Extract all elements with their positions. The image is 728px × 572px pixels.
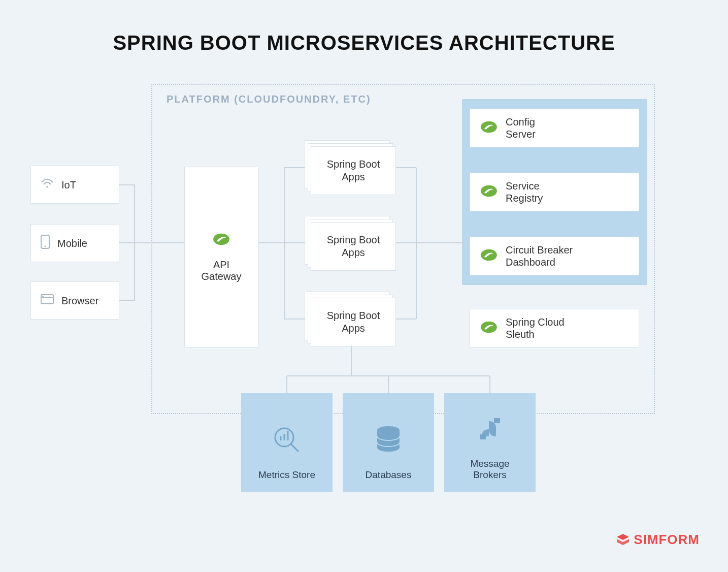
spring-leaf-icon [479,120,499,137]
spring-leaf-icon [212,232,231,249]
message-brokers-label: Message Brokers [470,458,509,481]
svg-point-23 [481,249,497,260]
message-broker-icon [476,414,504,446]
sleuth-label: Spring Cloud Sleuth [506,316,565,340]
spring-leaf-icon [479,184,499,201]
stack-1-label: Spring Boot Apps [327,158,380,183]
brand-label: SIMFORM [634,532,700,548]
client-mobile-label: Mobile [57,237,87,249]
svg-rect-35 [494,418,500,423]
metrics-store-label: Metrics Store [258,469,315,481]
svg-line-26 [291,444,299,452]
spring-leaf-icon [479,248,499,265]
databases-label: Databases [366,469,412,481]
wifi-icon [40,177,54,192]
svg-point-16 [45,246,46,247]
svg-rect-34 [480,434,486,439]
stack-2-label: Spring Boot Apps [327,234,380,259]
simform-icon [616,533,630,547]
brand-logo: SIMFORM [616,532,700,548]
metrics-icon [272,425,302,457]
api-gateway-label: API Gateway [202,259,242,282]
service-circuit-breaker: Circuit Breaker Dashboard [470,237,639,275]
api-gateway: API Gateway [184,167,258,347]
config-server-label: Config Server [506,116,536,140]
spring-boot-apps-stack-1: Spring Boot Apps [305,140,396,195]
svg-point-14 [46,186,48,188]
mobile-icon [40,234,50,252]
client-iot-label: IoT [61,179,76,191]
tile-metrics-store: Metrics Store [241,393,333,492]
service-registry-label: Service Registry [506,180,543,204]
client-browser-label: Browser [61,295,98,307]
svg-point-20 [213,233,229,244]
service-config-server: Config Server [470,109,639,147]
client-mobile: Mobile [30,224,119,262]
service-registry: Service Registry [470,173,639,211]
spring-boot-apps-stack-2: Spring Boot Apps [305,216,396,271]
database-icon [375,425,402,457]
tile-databases: Databases [343,393,434,492]
diagram-title: SPRING BOOT MICROSERVICES ARCHITECTURE [0,31,728,54]
browser-icon [40,293,54,308]
svg-point-33 [377,426,400,434]
svg-point-22 [481,185,497,196]
svg-rect-19 [42,296,44,297]
client-browser: Browser [30,281,119,320]
circuit-breaker-label: Circuit Breaker Dashboard [506,244,573,268]
stack-3-label: Spring Boot Apps [327,309,380,335]
spring-leaf-icon [479,320,499,337]
spring-boot-apps-stack-3: Spring Boot Apps [305,292,396,346]
service-spring-cloud-sleuth: Spring Cloud Sleuth [470,309,639,347]
platform-label: PLATFORM (CLOUDFOUNDRY, ETC) [167,93,371,105]
svg-point-24 [481,321,497,332]
svg-point-21 [481,121,497,132]
client-iot: IoT [30,166,119,204]
tile-message-brokers: Message Brokers [444,393,536,492]
